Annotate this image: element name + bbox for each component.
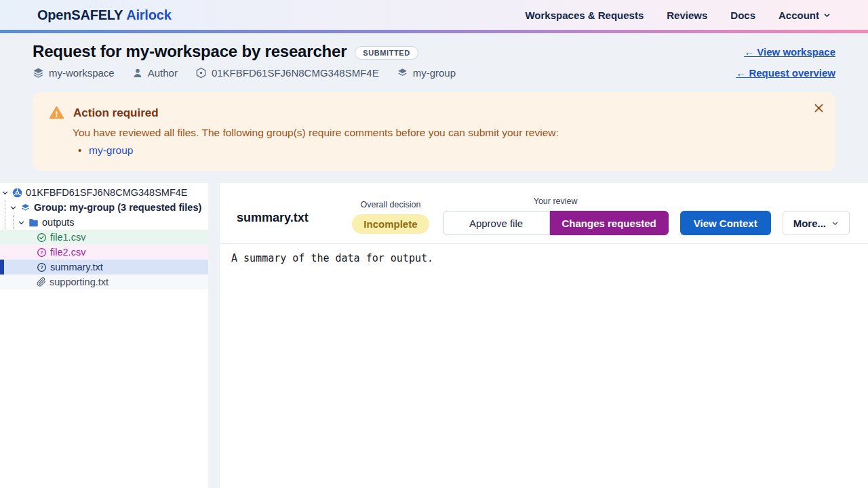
chevron-down-icon xyxy=(831,220,839,227)
meta-author-label: Author xyxy=(148,67,178,79)
sidebar-gutter[interactable] xyxy=(208,183,220,488)
action-required-alert: Action required You have reviewed all fi… xyxy=(33,92,835,171)
alert-group-item: my-group xyxy=(78,142,819,159)
file-content: A summary of the data for output. xyxy=(220,244,868,488)
logo-airlock: Airlock xyxy=(126,7,171,22)
meta-request-id-label: 01KFBFD61SFJ6N8CMG348SMF4E xyxy=(212,67,379,79)
tree-node-outputs-folder[interactable]: outputs xyxy=(0,215,208,230)
alert-close-button[interactable] xyxy=(810,99,827,117)
view-workspace-link[interactable]: ← View workspace xyxy=(744,46,835,58)
question-circle-icon: ? xyxy=(37,247,47,258)
page-title: Request for my-workspace by researcher xyxy=(33,42,347,61)
nav-account-menu[interactable]: Account xyxy=(778,9,831,21)
check-circle-icon xyxy=(37,232,47,243)
file-title: summary.txt xyxy=(237,211,309,225)
nav-docs[interactable]: Docs xyxy=(730,9,755,21)
tree-folder-label: outputs xyxy=(42,217,75,228)
file-toolbar: summary.txt Overall decision Incomplete … xyxy=(220,183,868,244)
tree-file-summary[interactable]: ? summary.txt xyxy=(0,260,208,274)
tree-file-label: file1.csv xyxy=(50,232,85,243)
file-panel: summary.txt Overall decision Incomplete … xyxy=(220,183,868,488)
overall-decision-label: Overall decision xyxy=(360,200,420,209)
your-review-stack: Your review Approve file Changes request… xyxy=(443,197,669,235)
logo-opensafely: OpenSAFELY xyxy=(37,7,123,22)
app-logo[interactable]: OpenSAFELYAirlock xyxy=(37,7,172,23)
more-menu-label: More... xyxy=(793,218,826,229)
file-tree-sidebar: 01KFBFD61SFJ6N8CMG348SMF4E Group: my-gro… xyxy=(0,183,208,488)
chevron-down-icon[interactable] xyxy=(1,189,9,197)
request-id-icon xyxy=(195,67,207,79)
chevron-down-icon[interactable] xyxy=(9,204,17,211)
tree-file-supporting[interactable]: supporting.txt xyxy=(0,274,208,289)
group-icon xyxy=(397,67,408,79)
tree-root-label: 01KFBFD61SFJ6N8CMG348SMF4E xyxy=(26,187,188,198)
tree-file-label: summary.txt xyxy=(50,262,103,272)
status-badge: SUBMITTED xyxy=(355,46,418,60)
question-circle-icon: ? xyxy=(37,262,47,272)
request-icon xyxy=(12,188,22,198)
svg-text:?: ? xyxy=(40,250,43,255)
meta-group-label: my-group xyxy=(413,67,456,79)
tree-file-file2[interactable]: ? file2.csv xyxy=(0,245,208,260)
close-icon xyxy=(813,102,825,114)
file-tree: 01KFBFD61SFJ6N8CMG348SMF4E Group: my-gro… xyxy=(0,183,208,289)
tree-file-file1[interactable]: file1.csv xyxy=(0,230,208,245)
group-icon xyxy=(20,203,31,213)
approve-file-button[interactable]: Approve file xyxy=(443,211,550,235)
request-header: Request for my-workspace by researcher S… xyxy=(0,33,868,79)
meta-group: my-group xyxy=(397,67,456,79)
tree-node-group[interactable]: Group: my-group (3 requested files) xyxy=(0,200,208,215)
meta-workspace: my-workspace xyxy=(33,67,115,79)
alert-group-list: my-group xyxy=(78,142,819,159)
meta-workspace-label: my-workspace xyxy=(49,67,115,79)
user-icon xyxy=(132,68,143,79)
nav-workspaces-requests[interactable]: Workspaces & Requests xyxy=(525,9,644,21)
paperclip-icon xyxy=(37,277,46,287)
layers-icon xyxy=(33,67,44,79)
more-menu-button[interactable]: More... xyxy=(783,211,850,235)
tree-node-request-root[interactable]: 01KFBFD61SFJ6N8CMG348SMF4E xyxy=(0,185,208,200)
changes-requested-button[interactable]: Changes requested xyxy=(550,211,669,235)
meta-author: Author xyxy=(132,67,178,79)
chevron-down-icon xyxy=(823,12,831,19)
request-meta-row: my-workspace Author 01KFBFD61SFJ6N8CMG34… xyxy=(33,67,835,79)
alert-message: You have reviewed all files. The followi… xyxy=(73,126,819,140)
tree-group-label: Group: my-group (3 requested files) xyxy=(34,202,201,213)
alert-title: Action required xyxy=(73,106,159,120)
alert-group-link[interactable]: my-group xyxy=(89,144,133,156)
request-overview-link[interactable]: ← Request overview xyxy=(736,67,835,79)
tree-file-label: file2.csv xyxy=(50,247,85,258)
tree-file-label: supporting.txt xyxy=(50,277,108,287)
meta-request-id: 01KFBFD61SFJ6N8CMG348SMF4E xyxy=(195,67,379,79)
overall-decision-badge: Incomplete xyxy=(352,214,429,234)
chevron-down-icon[interactable] xyxy=(18,219,25,226)
nav-links: Workspaces & Requests Reviews Docs Accou… xyxy=(525,9,831,21)
review-button-group: Approve file Changes requested xyxy=(443,211,669,235)
view-context-button[interactable]: View Context xyxy=(680,211,771,235)
warning-icon xyxy=(49,105,64,121)
workarea: 01KFBFD61SFJ6N8CMG348SMF4E Group: my-gro… xyxy=(0,183,868,488)
top-navbar: OpenSAFELYAirlock Workspaces & Requests … xyxy=(0,0,868,30)
your-review-label: Your review xyxy=(534,197,578,206)
overall-decision-stack: Overall decision Incomplete xyxy=(352,200,429,235)
svg-text:?: ? xyxy=(40,265,43,270)
nav-account-label: Account xyxy=(778,9,819,21)
nav-reviews[interactable]: Reviews xyxy=(667,9,707,21)
folder-icon xyxy=(28,218,39,228)
